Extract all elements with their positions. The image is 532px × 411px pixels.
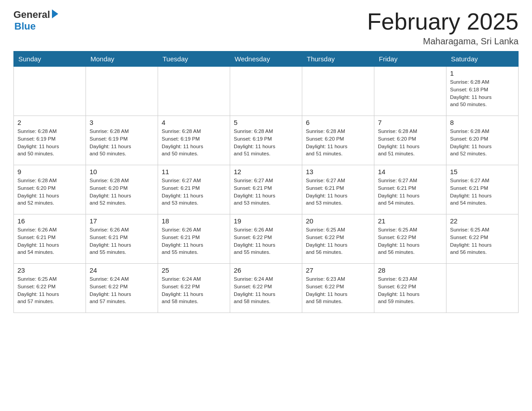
day-number: 26 [234,266,298,274]
calendar-cell: 8Sunrise: 6:28 AM Sunset: 6:20 PM Daylig… [446,116,519,165]
day-info: Sunrise: 6:28 AM Sunset: 6:20 PM Dayligh… [306,128,370,158]
logo-general-text: General [13,9,50,21]
day-number: 2 [17,119,82,126]
day-number: 10 [90,168,154,176]
day-number: 11 [162,168,226,176]
calendar-cell: 27Sunrise: 6:23 AM Sunset: 6:22 PM Dayli… [302,264,374,313]
day-info: Sunrise: 6:28 AM Sunset: 6:20 PM Dayligh… [90,177,154,207]
calendar-cell: 6Sunrise: 6:28 AM Sunset: 6:20 PM Daylig… [302,116,374,165]
day-number: 7 [378,119,442,126]
calendar-cell: 22Sunrise: 6:25 AM Sunset: 6:22 PM Dayli… [446,214,519,264]
day-info: Sunrise: 6:28 AM Sunset: 6:19 PM Dayligh… [17,128,82,158]
day-info: Sunrise: 6:28 AM Sunset: 6:19 PM Dayligh… [162,128,226,158]
calendar-week-3: 9Sunrise: 6:28 AM Sunset: 6:20 PM Daylig… [14,165,519,214]
day-number: 8 [450,119,515,126]
calendar-cell: 23Sunrise: 6:25 AM Sunset: 6:22 PM Dayli… [14,264,86,313]
day-number: 1 [450,69,515,77]
day-number: 4 [162,119,226,126]
day-number: 18 [162,217,226,225]
logo-blue-text: Blue [14,21,36,32]
day-info: Sunrise: 6:26 AM Sunset: 6:21 PM Dayligh… [162,226,226,256]
day-info: Sunrise: 6:27 AM Sunset: 6:21 PM Dayligh… [306,177,370,207]
day-number: 27 [306,266,370,274]
day-number: 12 [234,168,298,176]
calendar-cell: 14Sunrise: 6:27 AM Sunset: 6:21 PM Dayli… [374,165,446,214]
day-number: 3 [90,119,154,126]
calendar-cell: 17Sunrise: 6:26 AM Sunset: 6:21 PM Dayli… [86,214,158,264]
calendar-cell [302,67,374,116]
day-number: 6 [306,119,370,126]
day-info: Sunrise: 6:28 AM Sunset: 6:20 PM Dayligh… [450,128,515,158]
calendar-cell [374,67,446,116]
day-info: Sunrise: 6:28 AM Sunset: 6:19 PM Dayligh… [234,128,298,158]
calendar-cell [86,67,158,116]
calendar-cell: 5Sunrise: 6:28 AM Sunset: 6:19 PM Daylig… [230,116,302,165]
calendar-cell: 19Sunrise: 6:26 AM Sunset: 6:22 PM Dayli… [230,214,302,264]
calendar-cell: 15Sunrise: 6:27 AM Sunset: 6:21 PM Dayli… [446,165,519,214]
calendar-cell [158,67,230,116]
day-number: 20 [306,217,370,225]
day-info: Sunrise: 6:25 AM Sunset: 6:22 PM Dayligh… [378,226,442,256]
col-friday: Friday [374,51,446,67]
day-number: 22 [450,217,515,225]
day-info: Sunrise: 6:26 AM Sunset: 6:21 PM Dayligh… [90,226,154,256]
calendar-cell: 24Sunrise: 6:24 AM Sunset: 6:22 PM Dayli… [86,264,158,313]
calendar-week-5: 23Sunrise: 6:25 AM Sunset: 6:22 PM Dayli… [14,264,519,313]
col-monday: Monday [86,51,158,67]
day-number: 23 [17,266,82,274]
day-number: 17 [90,217,154,225]
day-number: 13 [306,168,370,176]
calendar-cell: 21Sunrise: 6:25 AM Sunset: 6:22 PM Dayli… [374,214,446,264]
month-title: February 2025 [367,9,519,34]
day-number: 14 [378,168,442,176]
day-number: 5 [234,119,298,126]
calendar-cell: 7Sunrise: 6:28 AM Sunset: 6:20 PM Daylig… [374,116,446,165]
day-info: Sunrise: 6:28 AM Sunset: 6:20 PM Dayligh… [378,128,442,158]
calendar-cell [230,67,302,116]
day-info: Sunrise: 6:28 AM Sunset: 6:19 PM Dayligh… [90,128,154,158]
day-info: Sunrise: 6:23 AM Sunset: 6:22 PM Dayligh… [306,275,370,305]
day-number: 15 [450,168,515,176]
day-info: Sunrise: 6:25 AM Sunset: 6:22 PM Dayligh… [17,275,82,305]
day-info: Sunrise: 6:24 AM Sunset: 6:22 PM Dayligh… [234,275,298,305]
header-row: Sunday Monday Tuesday Wednesday Thursday… [14,51,519,67]
day-info: Sunrise: 6:26 AM Sunset: 6:22 PM Dayligh… [234,226,298,256]
col-saturday: Saturday [446,51,519,67]
day-number: 16 [17,217,82,225]
calendar-table: Sunday Monday Tuesday Wednesday Thursday… [13,51,519,313]
calendar-cell: 18Sunrise: 6:26 AM Sunset: 6:21 PM Dayli… [158,214,230,264]
day-info: Sunrise: 6:27 AM Sunset: 6:21 PM Dayligh… [378,177,442,207]
day-number: 9 [17,168,82,176]
logo: General Blue [13,9,58,32]
calendar-cell: 16Sunrise: 6:26 AM Sunset: 6:21 PM Dayli… [14,214,86,264]
calendar-cell: 9Sunrise: 6:28 AM Sunset: 6:20 PM Daylig… [14,165,86,214]
calendar-cell: 12Sunrise: 6:27 AM Sunset: 6:21 PM Dayli… [230,165,302,214]
calendar-cell [446,264,519,313]
calendar-cell [14,67,86,116]
day-info: Sunrise: 6:27 AM Sunset: 6:21 PM Dayligh… [234,177,298,207]
calendar-cell: 4Sunrise: 6:28 AM Sunset: 6:19 PM Daylig… [158,116,230,165]
calendar-cell: 10Sunrise: 6:28 AM Sunset: 6:20 PM Dayli… [86,165,158,214]
day-info: Sunrise: 6:24 AM Sunset: 6:22 PM Dayligh… [90,275,154,305]
logo-arrow-icon [52,9,58,18]
day-info: Sunrise: 6:27 AM Sunset: 6:21 PM Dayligh… [450,177,515,207]
day-number: 24 [90,266,154,274]
calendar-cell: 2Sunrise: 6:28 AM Sunset: 6:19 PM Daylig… [14,116,86,165]
location-subtitle: Maharagama, Sri Lanka [367,36,519,47]
day-number: 21 [378,217,442,225]
calendar-cell: 25Sunrise: 6:24 AM Sunset: 6:22 PM Dayli… [158,264,230,313]
col-tuesday: Tuesday [158,51,230,67]
page-header: General Blue February 2025 Maharagama, S… [13,9,519,47]
calendar-week-2: 2Sunrise: 6:28 AM Sunset: 6:19 PM Daylig… [14,116,519,165]
calendar-week-4: 16Sunrise: 6:26 AM Sunset: 6:21 PM Dayli… [14,214,519,264]
calendar-cell: 1Sunrise: 6:28 AM Sunset: 6:18 PM Daylig… [446,67,519,116]
day-info: Sunrise: 6:25 AM Sunset: 6:22 PM Dayligh… [306,226,370,256]
col-wednesday: Wednesday [230,51,302,67]
calendar-cell: 28Sunrise: 6:23 AM Sunset: 6:22 PM Dayli… [374,264,446,313]
day-number: 19 [234,217,298,225]
calendar-header: Sunday Monday Tuesday Wednesday Thursday… [14,51,519,67]
day-info: Sunrise: 6:28 AM Sunset: 6:18 PM Dayligh… [450,78,515,108]
day-info: Sunrise: 6:25 AM Sunset: 6:22 PM Dayligh… [450,226,515,256]
calendar-cell: 13Sunrise: 6:27 AM Sunset: 6:21 PM Dayli… [302,165,374,214]
calendar-cell: 11Sunrise: 6:27 AM Sunset: 6:21 PM Dayli… [158,165,230,214]
